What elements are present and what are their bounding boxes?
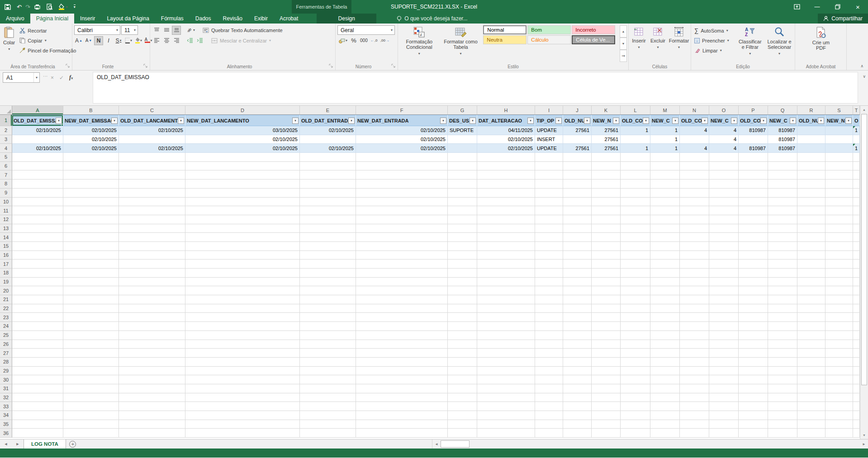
cell-F25[interactable]: [356, 331, 448, 340]
style-normal[interactable]: Normal: [483, 25, 526, 34]
cell-L32[interactable]: [621, 393, 650, 402]
filter-icon-G[interactable]: ▾: [470, 118, 476, 124]
cell-L22[interactable]: [621, 304, 650, 313]
tab-formulas[interactable]: Fórmulas: [155, 14, 190, 24]
cell-N15[interactable]: [680, 242, 709, 251]
cell-N34[interactable]: [680, 411, 709, 420]
filter-icon-K[interactable]: ▾: [613, 118, 619, 124]
cell-T24[interactable]: [853, 322, 860, 331]
cell-T4[interactable]: 1: [853, 144, 860, 153]
cell-J31[interactable]: [563, 384, 592, 393]
cell-O12[interactable]: [709, 215, 739, 224]
sheet-tab-log-nota[interactable]: LOG NOTA: [24, 439, 66, 449]
filter-icon-E[interactable]: ▾: [348, 118, 355, 124]
cell-J27[interactable]: [563, 349, 592, 358]
gallery-more-icon[interactable]: ≡▾: [620, 50, 627, 62]
cell-C6[interactable]: [119, 162, 185, 171]
cell-L36[interactable]: [621, 429, 650, 438]
cell-I27[interactable]: [535, 349, 563, 358]
header-cell-C1[interactable]: OLD_DAT_LANCAMENTO▾: [119, 115, 185, 126]
tab-exibir[interactable]: Exibir: [248, 14, 274, 24]
cell-E35[interactable]: [300, 420, 356, 429]
cell-H15[interactable]: [477, 242, 535, 251]
cell-Q28[interactable]: [768, 358, 797, 367]
column-header-Q[interactable]: Q: [768, 106, 797, 114]
cell-T10[interactable]: [853, 198, 860, 207]
cell-J28[interactable]: [563, 358, 592, 367]
cell-R6[interactable]: [797, 162, 825, 171]
cell-G30[interactable]: [448, 375, 477, 384]
tab-design[interactable]: Design: [317, 14, 376, 24]
cell-N12[interactable]: [680, 215, 709, 224]
row-header-30[interactable]: 30: [0, 375, 12, 384]
cell-A23[interactable]: [12, 313, 63, 322]
find-select-button[interactable]: Localizar e Selecionar▾: [765, 25, 793, 62]
cell-L13[interactable]: [621, 224, 650, 233]
column-header-F[interactable]: F: [356, 106, 448, 114]
cell-K20[interactable]: [592, 286, 621, 295]
cell-G24[interactable]: [448, 322, 477, 331]
column-header-I[interactable]: I: [535, 106, 563, 114]
cell-R28[interactable]: [797, 358, 825, 367]
header-cell-F1[interactable]: NEW_DAT_ENTRADA▾: [356, 115, 448, 126]
cell-T23[interactable]: [853, 313, 860, 322]
cell-A12[interactable]: [12, 215, 63, 224]
cell-K10[interactable]: [592, 198, 621, 207]
style-calculo[interactable]: Cálculo: [527, 35, 571, 44]
filter-icon-B[interactable]: ▾: [111, 118, 118, 124]
cell-C23[interactable]: [119, 313, 185, 322]
cell-N9[interactable]: [680, 189, 709, 198]
cell-P12[interactable]: [739, 215, 768, 224]
cell-Q36[interactable]: [768, 429, 797, 438]
cell-R32[interactable]: [797, 393, 825, 402]
name-box[interactable]: A1▾: [3, 72, 40, 83]
cell-I31[interactable]: [535, 384, 563, 393]
cell-D15[interactable]: [185, 242, 300, 251]
cell-H36[interactable]: [477, 429, 535, 438]
insert-cells-button[interactable]: Inserir▾: [631, 25, 647, 62]
cell-L15[interactable]: [621, 242, 650, 251]
cell-Q25[interactable]: [768, 331, 797, 340]
sort-filter-button[interactable]: AZ Classificar e Filtrar▾: [736, 25, 764, 62]
cell-G26[interactable]: [448, 340, 477, 349]
cell-G4[interactable]: [448, 144, 477, 153]
cell-B26[interactable]: [63, 340, 119, 349]
cell-B36[interactable]: [63, 429, 119, 438]
cell-B24[interactable]: [63, 322, 119, 331]
cell-J34[interactable]: [563, 411, 592, 420]
header-cell-I1[interactable]: TIP_OP▾: [535, 115, 563, 126]
cell-D12[interactable]: [185, 215, 300, 224]
cell-H24[interactable]: [477, 322, 535, 331]
collapse-ribbon-icon[interactable]: ∧: [860, 64, 863, 68]
cell-N31[interactable]: [680, 384, 709, 393]
cell-J22[interactable]: [563, 304, 592, 313]
cell-N6[interactable]: [680, 162, 709, 171]
cell-G36[interactable]: [448, 429, 477, 438]
cell-M33[interactable]: [650, 402, 680, 411]
row-header-26[interactable]: 26: [0, 340, 12, 349]
cell-M22[interactable]: [650, 304, 680, 313]
cell-G9[interactable]: [448, 189, 477, 198]
row-header-22[interactable]: 22: [0, 304, 12, 313]
cell-B30[interactable]: [63, 375, 119, 384]
cell-C2[interactable]: 02/10/2025: [119, 126, 185, 135]
vertical-scrollbar[interactable]: ▲ ▼: [860, 106, 868, 439]
cell-M24[interactable]: [650, 322, 680, 331]
cell-H31[interactable]: [477, 384, 535, 393]
cell-C8[interactable]: [119, 179, 185, 189]
cell-T16[interactable]: [853, 251, 860, 260]
cell-S28[interactable]: [825, 358, 853, 367]
cell-P8[interactable]: [739, 179, 768, 189]
cell-T6[interactable]: [853, 162, 860, 171]
cell-F19[interactable]: [356, 278, 448, 287]
cell-J26[interactable]: [563, 340, 592, 349]
tab-acrobat[interactable]: Acrobat: [274, 14, 304, 24]
cell-E4[interactable]: 02/10/2025: [300, 144, 356, 153]
cell-S23[interactable]: [825, 313, 853, 322]
cell-Q33[interactable]: [768, 402, 797, 411]
cell-J32[interactable]: [563, 393, 592, 402]
cell-E15[interactable]: [300, 242, 356, 251]
cell-K4[interactable]: 27561: [592, 144, 621, 153]
cell-O11[interactable]: [709, 206, 739, 215]
cell-K2[interactable]: 27561: [592, 126, 621, 135]
